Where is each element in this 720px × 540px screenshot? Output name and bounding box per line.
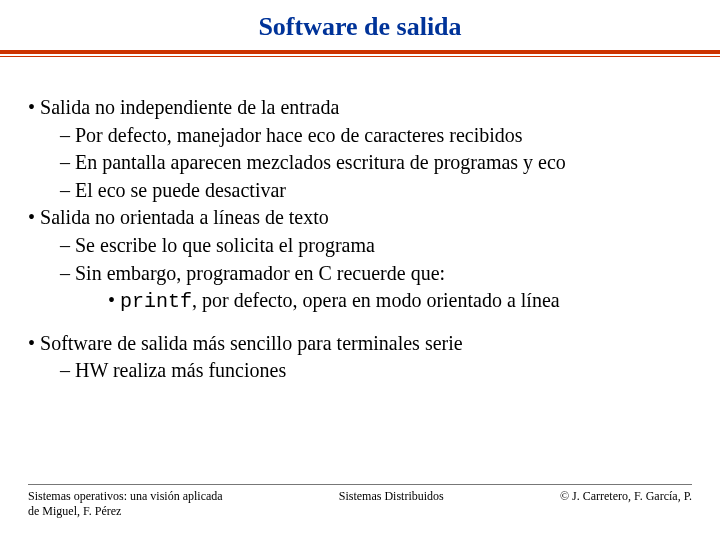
bullet-text: , por defecto, opera en modo orientado a… — [192, 289, 560, 311]
bullet-l0: Salida no orientada a líneas de texto — [28, 205, 692, 231]
bullet-l0: Software de salida más sencillo para ter… — [28, 331, 692, 357]
footer: Sistemas operativos: una visión aplicada… — [28, 484, 692, 518]
bullet-l0: Salida no independiente de la entrada — [28, 95, 692, 121]
bullet-l1: HW realiza más funciones — [28, 358, 692, 384]
footer-center: Sistemas Distribuidos — [223, 489, 560, 518]
gap — [28, 315, 692, 329]
bullet-l1: El eco se puede desactivar — [28, 178, 692, 204]
slide-title: Software de salida — [0, 12, 720, 42]
content: Salida no independiente de la entrada Po… — [0, 57, 720, 384]
bullet-l1: Sin embargo, programador en C recuerde q… — [28, 261, 692, 287]
footer-right: © J. Carretero, F. García, P. — [560, 489, 692, 518]
code-text: printf — [120, 290, 192, 313]
bullet-l1: Se escribe lo que solicita el programa — [28, 233, 692, 259]
footer-row: Sistemas operativos: una visión aplicada… — [28, 489, 692, 518]
footer-left: Sistemas operativos: una visión aplicada… — [28, 489, 223, 518]
title-block: Software de salida — [0, 0, 720, 57]
orange-rule-thick — [0, 50, 720, 54]
footer-left-line2: de Miguel, F. Pérez — [28, 504, 223, 518]
title-rules — [0, 50, 720, 57]
slide: Software de salida Salida no independien… — [0, 0, 720, 540]
footer-rule — [28, 484, 692, 485]
bullet-l1: Por defecto, manejador hace eco de carac… — [28, 123, 692, 149]
bullet-l1: En pantalla aparecen mezclados escritura… — [28, 150, 692, 176]
footer-left-line1: Sistemas operativos: una visión aplicada — [28, 489, 223, 503]
bullet-l2: printf, por defecto, opera en modo orien… — [28, 288, 692, 315]
